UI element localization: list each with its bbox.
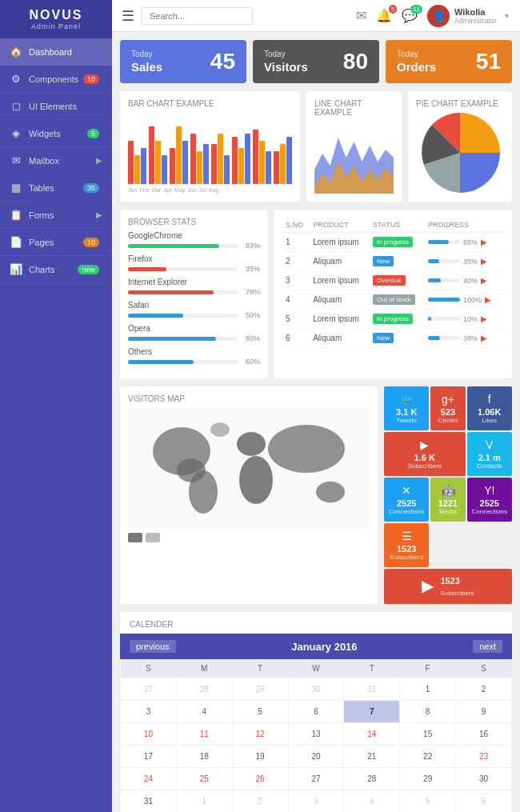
calendar-day-2-0[interactable]: 10 [121,723,177,746]
user-area[interactable]: 👤 Wikolia Administrator ▼ [427,5,510,27]
bar-7-0 [274,151,279,184]
calendar-day-4-3[interactable]: 27 [288,768,344,790]
calendar-day-0-5[interactable]: 1 [400,678,456,701]
calendar-day-4-1[interactable]: 25 [176,768,232,790]
calendar-day-0-0[interactable]: 27 [121,678,177,701]
calendar-day-1-3[interactable]: 6 [288,701,344,723]
calendar-day-3-4[interactable]: 21 [344,746,400,768]
sidebar-item-charts[interactable]: 📊 Charts new [0,256,112,283]
sidebar-label-charts: Charts [29,265,78,274]
calendar-day-4-4[interactable]: 28 [344,768,400,790]
email-icon[interactable]: ✉ [356,8,366,23]
social-tile-x[interactable]: ✕ 2525 Connections [384,478,429,522]
calendar-day-1-5[interactable]: 8 [400,701,456,723]
user-info: Wikolia Administrator [454,7,497,25]
social-tile-vimeo[interactable]: V 2.1 m Contacts [467,432,512,476]
browser-item-1: Firefox 35% [128,254,260,273]
calendar-day-5-4[interactable]: 4 [344,790,400,813]
product-row-1-status: New [370,252,425,271]
map-nav-next[interactable] [146,533,160,542]
calendar-day-0-6[interactable]: 2 [456,678,512,701]
calendar-day-2-3[interactable]: 13 [288,723,344,746]
bar-6-1 [259,141,265,184]
browser-pct-4: 80% [241,334,260,342]
calendar-day-3-3[interactable]: 20 [288,746,344,768]
calendar-day-0-3[interactable]: 30 [288,678,344,701]
calendar-day-5-3[interactable]: 3 [288,790,344,813]
calendar-next-button[interactable]: next [473,640,502,653]
sidebar-item-pages[interactable]: 📄 Pages 10 [0,229,112,256]
social-val-yahoo: 2525 [480,498,499,508]
calendar-day-0-4[interactable]: 31 [344,678,400,701]
social-tile-gplus[interactable]: g+ 523 Circles [430,386,465,430]
calendar-day-1-4[interactable]: 7 [344,701,400,723]
social-tile-yt-sub[interactable]: ▶ 1.6 K Subscribers [384,432,466,476]
calendar-day-4-5[interactable]: 29 [400,768,456,790]
social-tile-android[interactable]: 🤖 1221 Media [430,478,465,522]
social-tile-twitter[interactable]: 🐦 3.1 K Tweets [384,386,429,430]
calendar-day-5-5[interactable]: 5 [400,790,456,813]
social-tile-yt-full[interactable]: ▶ 1523 Subscribers [384,569,512,604]
calendar-day-0-1[interactable]: 28 [176,678,232,701]
sidebar-item-mailbox[interactable]: ✉ Mailbox ▶ [0,147,112,174]
calendar-day-5-2[interactable]: 2 [232,790,288,813]
sidebar-item-widgets[interactable]: ◈ Widgets 5 [0,120,112,147]
bell-icon[interactable]: 🔔 5 [376,8,392,23]
chat-icon[interactable]: 💬 11 [402,8,418,23]
social-grid: 🐦 3.1 K Tweets g+ 523 Circles f 1.06K Li… [384,386,512,604]
calendar-day-2-1[interactable]: 11 [176,723,232,746]
calendar-day-1-2[interactable]: 5 [232,701,288,723]
calendar-day-4-6[interactable]: 30 [456,768,512,790]
calendar-day-5-1[interactable]: 1 [176,790,232,813]
social-label-yahoo: Connections [472,508,507,515]
visitors-row: VISITORS MAP [120,386,512,604]
sidebar-item-ui-elements[interactable]: ◻ UI Elements [0,93,112,120]
social-val-rss: 1523 [397,544,416,554]
calendar-day-3-1[interactable]: 18 [176,746,232,768]
search-input[interactable] [141,7,253,25]
social-tile-facebook[interactable]: f 1.06K Likes [467,386,512,430]
sidebar: NOVUS Admin Panel 🏠 Dashboard ⚙ Componen… [0,0,112,812]
calendar-day-3-6[interactable]: 23 [456,746,512,768]
progress-bg-2 [428,278,460,282]
calendar-day-2-6[interactable]: 16 [456,723,512,746]
calendar-prev-button[interactable]: previous [130,640,176,653]
calendar-day-3-2[interactable]: 19 [232,746,288,768]
sidebar-item-dashboard[interactable]: 🏠 Dashboard [0,38,112,66]
bar-label-2: Mar [151,187,161,193]
calendar-day-2-2[interactable]: 12 [232,723,288,746]
social-tile-yahoo[interactable]: Y! 2525 Connections [467,478,512,522]
browser-pct-3: 50% [241,311,260,319]
progress-cell-0: 65% ▶ [428,238,501,246]
map-nav-prev[interactable] [128,533,142,542]
calendar-day-2-4[interactable]: 14 [344,723,400,746]
calendar-tbody: 2728293031123456789101112131415161718192… [121,678,512,813]
calendar-day-1-6[interactable]: 9 [456,701,512,723]
calendar-day-2-5[interactable]: 15 [400,723,456,746]
hamburger-icon[interactable]: ☰ [122,7,134,25]
social-tile-rss[interactable]: ☰ 1523 Subscribers [384,523,429,567]
sidebar-item-components[interactable]: ⚙ Components 10 [0,66,112,93]
sidebar-item-tables[interactable]: ▦ Tables 35 [0,174,112,202]
calendar-day-4-0[interactable]: 24 [121,768,177,790]
sidebar-item-forms[interactable]: 📋 Forms ▶ [0,202,112,229]
calendar-day-5-6[interactable]: 6 [456,790,512,813]
pie-chart-title: PIE CHART EXAMPLE [416,99,504,108]
calendar-day-1-1[interactable]: 4 [176,701,232,723]
bar-group-0 [128,141,146,184]
product-row-3-name: Aliquam [310,290,370,310]
calendar-day-5-0[interactable]: 31 [121,790,177,813]
product-row-1-progress: 35% ▶ [425,252,504,271]
cal-day-header-W: W [288,659,344,678]
calendar-day-3-0[interactable]: 17 [121,746,177,768]
bell-badge: 5 [389,5,397,14]
calendar-day-1-0[interactable]: 3 [121,701,177,723]
sidebar-icon-components: ⚙ [10,73,22,85]
calendar-day-4-2[interactable]: 26 [232,768,288,790]
browser-name-4: Opera [128,324,260,333]
calendar-day-0-2[interactable]: 29 [232,678,288,701]
progress-value-3: 100% [463,296,482,304]
bar-label-3: Apr [163,187,172,193]
bar-label-7: Aug [209,187,218,193]
calendar-day-3-5[interactable]: 22 [400,746,456,768]
